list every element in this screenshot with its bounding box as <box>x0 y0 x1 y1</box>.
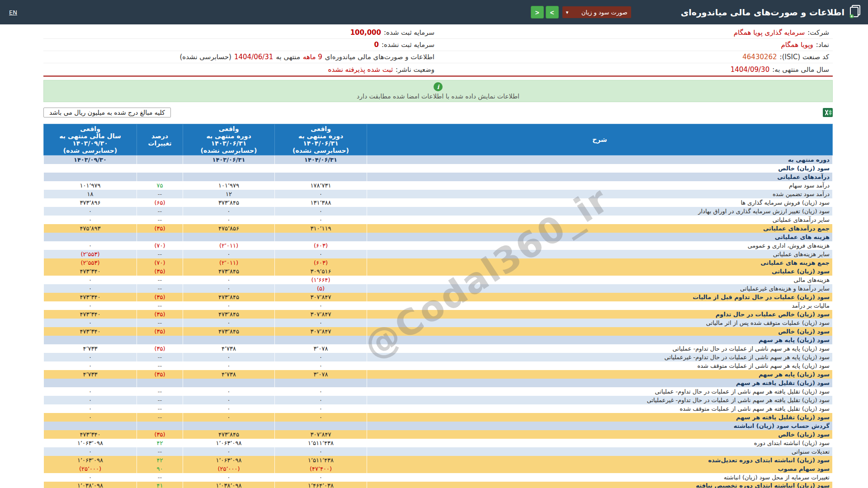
table-row[interactable]: سود سهام مصوب(۴۷٬۴۰۰)(۲۵٬۰۰۰)۹۰(۲۵٬۰۰۰) <box>44 465 833 473</box>
column-header-c1403: واقعیدوره منتهی به۱۴۰۳/۰۶/۳۱(حسابرسی نشد… <box>183 124 275 155</box>
cell-fy <box>44 379 137 387</box>
table-row[interactable]: سود (زیان) پایه هر سهم ناشی از عملیات مت… <box>44 361 833 370</box>
cell-fy: ۱٬۰۶۳٬۰۹۸ <box>44 439 137 447</box>
table-row[interactable]: هزینه های عملیاتی <box>44 233 833 241</box>
table-row[interactable]: سود (زیان) خالص۳۰۷٬۸۴۷۴۷۳٬۸۴۵(۳۵)۴۷۳٬۳۴۰ <box>44 327 833 336</box>
table-row[interactable]: سود (زیان) عملیات در حال تداوم قبل از ما… <box>44 293 833 301</box>
table-row[interactable]: سایر درآمدها و هزینه‌های غیرعملیاتی(۵)۰-… <box>44 284 833 293</box>
table-head-row: شرحواقعیدوره منتهی به۱۴۰۴/۰۶/۳۱(حسابرسی … <box>44 124 833 155</box>
table-row[interactable]: جمع هزینه های عملیاتی(۶۰۳)(۲٬۰۱۱)(۷۰)(۲٬… <box>44 258 833 267</box>
prev-statement-button[interactable]: < <box>531 6 544 19</box>
cell-c1404: ۰ <box>275 361 367 370</box>
statement-type-select[interactable]: صورت سود و زیان ▾ <box>562 6 631 18</box>
units-row: کلیه مبالغ درج شده به میلیون ریال می باش… <box>43 107 833 118</box>
cell-pct: (۳۵) <box>137 267 183 276</box>
cell-pct: ۴۱ <box>137 482 183 488</box>
cell-fy: ۱۸ <box>44 190 137 198</box>
cell-pct: -- <box>137 250 183 258</box>
table-row[interactable]: سود (زیان) انباشته ابتدای دوره۱٬۵۱۱٬۴۳۸۱… <box>44 439 833 447</box>
cell-c1403: ۴٬۷۳۸ <box>183 370 275 379</box>
table-row[interactable]: مالیات بر درآمد۰۰--۰ <box>44 301 833 310</box>
period-prefix: اطلاعات و صورت‌های مالی میاندوره‌ای <box>325 53 434 61</box>
table-row[interactable]: سود (زیان) پایه هر سهم۳٬۰۷۸۴٬۷۳۸(۳۵)۴٬۷۳… <box>44 370 833 379</box>
unregistered-capital-field: سرمایه ثبت نشده: 0 <box>43 41 438 49</box>
table-row[interactable]: سود (زیان) تقلیل یافته هر سهم ناشی از عم… <box>44 404 833 413</box>
cell-c1404 <box>275 173 367 181</box>
cell-fy: ۴۷۳٬۳۴۰ <box>44 267 137 276</box>
table-row[interactable]: سود (زیان) خالص۳۰۷٬۸۴۷۴۷۳٬۸۴۵(۳۵)۴۷۳٬۳۴۰ <box>44 430 833 439</box>
cell-fy: ۴٬۷۳۳ <box>44 344 137 353</box>
table-row[interactable]: سود (زیان) تقلیل یافته هر سهم ناشی از عم… <box>44 387 833 396</box>
table-row[interactable]: جمع درآمدهای عملیاتی۳۱۰٬۱۱۹۴۷۵٬۸۵۶(۳۵)۴۷… <box>44 224 833 233</box>
cell-c1404: ۰ <box>275 404 367 413</box>
row-label: سود (زیان) تقلیل یافته هر سهم ناشی از عم… <box>367 387 833 396</box>
cell-pct <box>137 422 183 430</box>
cell-pct: (۶۵) <box>137 198 183 207</box>
isic-field: کد صنعت (ISIC): 46430262 <box>438 53 833 61</box>
row-label: جمع درآمدهای عملیاتی <box>367 224 833 233</box>
table-row[interactable]: هزینه‌های فروش، اداری و عمومی(۶۰۳)(۲٬۰۱۱… <box>44 241 833 250</box>
table-row[interactable]: سود (زیان) تقلیل یافته هر سهم ناشی از عم… <box>44 396 833 404</box>
row-label: سایر هزینه‌های عملیاتی <box>367 250 833 258</box>
fiscal-year-label: سال مالی منتهی به: <box>772 66 829 74</box>
table-row[interactable]: سود (زیان) فروش سرمایه گذاری ها۱۳۱٬۳۸۸۳۷… <box>44 198 833 207</box>
period-info-field: اطلاعات و صورت‌های مالی میاندوره‌ای 9 ما… <box>43 53 438 61</box>
table-row[interactable]: هزینه‌های مالی(۱٬۶۶۴)۰--۰ <box>44 276 833 284</box>
cell-fy: ۱٬۰۶۳٬۰۹۸ <box>44 456 137 465</box>
table-row[interactable]: سود (زیان) تقلیل یافته هر سهم <box>44 379 833 387</box>
cell-pct: -- <box>137 413 183 422</box>
cell-c1404: ۰ <box>275 207 367 216</box>
row-label: سود (زیان) پایه هر سهم ناشی از عملیات در… <box>367 353 833 361</box>
cell-c1404: ۳۰۷٬۸۴۷ <box>275 293 367 301</box>
table-row[interactable]: گردش حساب سود (زیان) انباشته <box>44 422 833 430</box>
table-row[interactable]: تغییرات سرمایه از محل سود (زیان) انباشته… <box>44 473 833 482</box>
table-row[interactable]: سود (زیان) عملیات متوقف شده پس از اثر ما… <box>44 319 833 327</box>
row-label: مالیات بر درآمد <box>367 301 833 310</box>
cell-c1403: ۰ <box>183 413 275 422</box>
cell-pct: (۳۵) <box>137 430 183 439</box>
cell-c1403: ۰ <box>183 301 275 310</box>
table-row[interactable]: درآمد سود سهام۱۷۸٬۷۳۱۱۰۱٬۹۷۹۷۵۱۰۱٬۹۷۹ <box>44 181 833 190</box>
row-label: درآمد سود تضمین شده <box>367 190 833 198</box>
column-header-pct: درصدتغییرات <box>137 124 183 155</box>
table-row[interactable]: درآمد سود تضمین شده۰۱۲--۱۸ <box>44 190 833 198</box>
table-row[interactable]: سود (زیان) خالص <box>44 164 833 173</box>
row-label: سود (زیان) تقلیل یافته هر سهم <box>367 413 833 422</box>
main-content: شرکت: سرمایه گذاری پویا همگام سرمایه ثبت… <box>43 24 833 488</box>
cell-fy: (۲٬۵۵۳) <box>44 258 137 267</box>
table-row[interactable]: سود (زیان) انباشته ابتدای دوره تعدیل‌شده… <box>44 456 833 465</box>
cell-fy <box>44 164 137 173</box>
row-label: هزینه‌های فروش، اداری و عمومی <box>367 241 833 250</box>
table-row[interactable]: سایر درآمدهای عملیاتی۰۰--۰ <box>44 216 833 224</box>
row-label: درآمدهای عملیاتی <box>367 173 833 181</box>
cell-fy: ۰ <box>44 241 137 250</box>
table-row[interactable]: سایر هزینه‌های عملیاتی۰۰--(۲٬۵۵۳) <box>44 250 833 258</box>
cell-fy <box>44 336 137 344</box>
cell-c1403 <box>183 422 275 430</box>
next-statement-button[interactable]: > <box>546 6 559 19</box>
row-label: تعدیلات سنواتی <box>367 447 833 456</box>
cell-c1403: ۰ <box>183 319 275 327</box>
language-en-link[interactable]: EN <box>9 9 17 16</box>
company-info-row: نماد: وپویا همگام سرمایه ثبت نشده: 0 <box>43 39 833 51</box>
cell-c1403: ۰ <box>183 216 275 224</box>
table-row[interactable]: تعدیلات سنواتی۰۰--۰ <box>44 447 833 456</box>
cell-c1403: ۱٬۰۶۳٬۰۹۸ <box>183 439 275 447</box>
table-row[interactable]: سود (زیان) پایه هر سهم ناشی از عملیات در… <box>44 353 833 361</box>
table-row[interactable]: سود (زیان) پایه هر سهم ناشی از عملیات در… <box>44 344 833 353</box>
table-row[interactable]: سود (زیان) تغییر ارزش سرمایه گذاری در او… <box>44 207 833 216</box>
cell-c1404: ۰ <box>275 190 367 198</box>
cell-pct <box>137 155 183 164</box>
excel-export-icon[interactable] <box>823 108 833 117</box>
table-row[interactable]: سود (زیان) انباشته ابتدای دوره تخصیص نیا… <box>44 482 833 488</box>
cell-pct: (۷۰) <box>137 258 183 267</box>
table-row[interactable]: سود (زیان) عملیاتی۳۰۹٬۵۱۶۴۷۳٬۸۴۵(۳۵)۴۷۳٬… <box>44 267 833 276</box>
table-row[interactable]: سود (زیان) خالص عملیات در حال تداوم۳۰۷٬۸… <box>44 310 833 319</box>
table-row[interactable]: دوره منتهی به۱۴۰۴/۰۶/۳۱۱۴۰۳/۰۶/۳۱۱۴۰۳/۰۹… <box>44 155 833 164</box>
table-row[interactable]: سود (زیان) تقلیل یافته هر سهم۰۰--۰ <box>44 413 833 422</box>
table-row[interactable]: سود (زیان) پایه هر سهم <box>44 336 833 344</box>
cell-fy: ۰ <box>44 284 137 293</box>
cell-c1403: ۰ <box>183 276 275 284</box>
cell-c1403: ۰ <box>183 447 275 456</box>
table-row[interactable]: درآمدهای عملیاتی <box>44 173 833 181</box>
